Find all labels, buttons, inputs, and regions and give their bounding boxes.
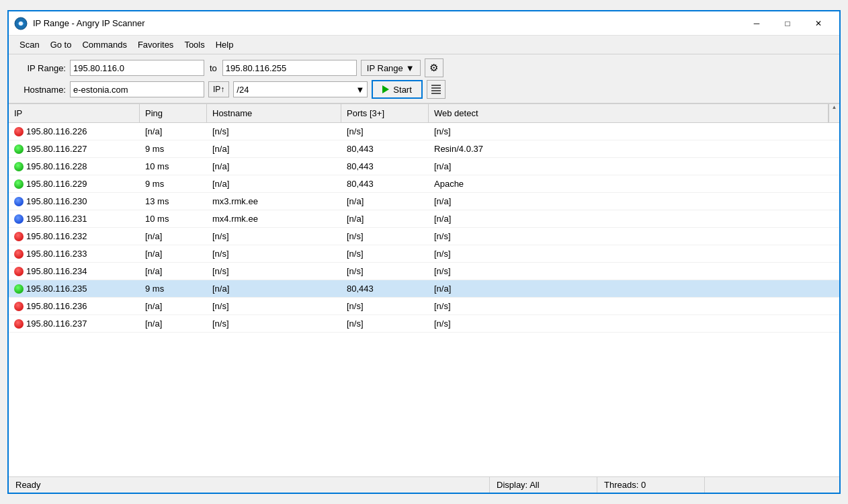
- cell-webdetect-5: [n/a]: [429, 210, 839, 227]
- table-row[interactable]: 195.80.116.231 10 ms mx4.rmk.ee [n/a] [n…: [9, 210, 839, 228]
- cell-ping-9: 9 ms: [140, 280, 207, 297]
- cell-webdetect-7: [n/s]: [429, 245, 839, 262]
- cell-webdetect-9: [n/a]: [429, 280, 839, 297]
- status-dot-11: [14, 319, 24, 329]
- cell-ping-5: 10 ms: [140, 210, 207, 227]
- columns-button[interactable]: [427, 80, 446, 99]
- col-header-ports[interactable]: Ports [3+]: [341, 104, 429, 122]
- cell-ip-6: 195.80.116.232: [9, 228, 140, 245]
- cell-webdetect-10: [n/s]: [429, 298, 839, 314]
- cell-ip-1: 195.80.116.227: [9, 140, 140, 157]
- menu-bar: Scan Go to Commands Favorites Tools Help: [9, 36, 839, 54]
- hostname-input[interactable]: [70, 81, 204, 97]
- cell-ping-0: [n/a]: [140, 123, 207, 140]
- cell-webdetect-8: [n/s]: [429, 263, 839, 280]
- status-dot-2: [14, 162, 24, 171]
- cell-webdetect-11: [n/s]: [429, 315, 839, 332]
- cell-ports-8: [n/s]: [341, 263, 429, 280]
- status-threads: Threads: 0: [597, 477, 705, 493]
- cell-ip-5: 195.80.116.231: [9, 210, 140, 227]
- cell-ports-5: [n/a]: [341, 210, 429, 227]
- start-button[interactable]: Start: [372, 80, 422, 99]
- cell-hostname-2: [n/a]: [207, 158, 341, 175]
- close-button[interactable]: ✕: [803, 13, 834, 34]
- menu-tools[interactable]: Tools: [179, 38, 210, 52]
- cell-webdetect-4: [n/a]: [429, 193, 839, 210]
- table-body[interactable]: 195.80.116.226 [n/a] [n/s] [n/s] [n/s] 1…: [9, 123, 839, 476]
- to-label: to: [208, 63, 218, 73]
- play-icon: [382, 85, 389, 93]
- status-display: Display: All: [490, 477, 597, 493]
- maximize-button[interactable]: □: [772, 13, 803, 34]
- cell-webdetect-2: [n/a]: [429, 158, 839, 175]
- menu-help[interactable]: Help: [210, 38, 239, 52]
- cell-ping-2: 10 ms: [140, 158, 207, 175]
- cell-ip-4: 195.80.116.230: [9, 193, 140, 210]
- status-dot-9: [14, 284, 24, 294]
- table-header: IP Ping Hostname Ports [3+] Web detect ▲: [9, 104, 839, 123]
- table-row[interactable]: 195.80.116.228 10 ms [n/a] 80,443 [n/a]: [9, 158, 839, 175]
- cell-webdetect-1: Resin/4.0.37: [429, 140, 839, 157]
- mode-dropdown[interactable]: IP Range ▼: [361, 60, 421, 76]
- cell-hostname-7: [n/s]: [207, 245, 341, 262]
- subnet-dropdown[interactable]: /24 ▼: [233, 81, 368, 97]
- cell-ping-1: 9 ms: [140, 140, 207, 157]
- svg-point-1: [19, 22, 23, 26]
- table-row[interactable]: 195.80.116.235 9 ms [n/a] 80,443 [n/a]: [9, 280, 839, 298]
- columns-icon: [431, 85, 441, 94]
- main-window: IP Range - Angry IP Scanner ─ □ ✕ Scan G…: [7, 10, 841, 494]
- cell-ip-2: 195.80.116.228: [9, 158, 140, 175]
- window-controls: ─ □ ✕: [741, 13, 834, 34]
- status-dot-0: [14, 127, 24, 136]
- cell-webdetect-6: [n/s]: [429, 228, 839, 245]
- toolbar-row-1: IP Range: to IP Range ▼ ⚙: [15, 58, 833, 77]
- cell-ping-4: 13 ms: [140, 193, 207, 210]
- status-ready: Ready: [9, 477, 490, 493]
- status-dot-10: [14, 302, 24, 311]
- cell-ports-1: 80,443: [341, 140, 429, 157]
- cell-hostname-1: [n/a]: [207, 140, 341, 157]
- table-row[interactable]: 195.80.116.230 13 ms mx3.rmk.ee [n/a] [n…: [9, 193, 839, 210]
- settings-button[interactable]: ⚙: [425, 58, 443, 77]
- col-header-webdetect[interactable]: Web detect: [429, 104, 829, 122]
- table-row[interactable]: 195.80.116.237 [n/a] [n/s] [n/s] [n/s]: [9, 315, 839, 333]
- table-row[interactable]: 195.80.116.234 [n/a] [n/s] [n/s] [n/s]: [9, 263, 839, 280]
- table-row[interactable]: 195.80.116.226 [n/a] [n/s] [n/s] [n/s]: [9, 123, 839, 140]
- status-dot-3: [14, 179, 24, 189]
- cell-ports-6: [n/s]: [341, 228, 429, 245]
- menu-commands[interactable]: Commands: [77, 38, 132, 52]
- ip-start-input[interactable]: [70, 60, 204, 76]
- table-row[interactable]: 195.80.116.227 9 ms [n/a] 80,443 Resin/4…: [9, 140, 839, 158]
- cell-ping-11: [n/a]: [140, 315, 207, 332]
- ip-up-button[interactable]: IP↑: [208, 81, 229, 97]
- cell-ports-10: [n/s]: [341, 298, 429, 314]
- cell-ports-11: [n/s]: [341, 315, 429, 332]
- col-header-ip[interactable]: IP: [9, 104, 140, 122]
- status-dot-7: [14, 249, 24, 259]
- cell-hostname-11: [n/s]: [207, 315, 341, 332]
- cell-ports-4: [n/a]: [341, 193, 429, 210]
- minimize-button[interactable]: ─: [741, 13, 772, 34]
- cell-ip-3: 195.80.116.229: [9, 175, 140, 192]
- cell-hostname-8: [n/s]: [207, 263, 341, 280]
- cell-hostname-4: mx3.rmk.ee: [207, 193, 341, 210]
- table-row[interactable]: 195.80.116.232 [n/a] [n/s] [n/s] [n/s]: [9, 228, 839, 245]
- table-row[interactable]: 195.80.116.229 9 ms [n/a] 80,443 Apache: [9, 175, 839, 193]
- cell-ip-0: 195.80.116.226: [9, 123, 140, 140]
- cell-ip-8: 195.80.116.234: [9, 263, 140, 280]
- col-header-hostname[interactable]: Hostname: [207, 104, 341, 122]
- status-dot-1: [14, 144, 24, 154]
- menu-goto[interactable]: Go to: [45, 38, 77, 52]
- menu-scan[interactable]: Scan: [14, 38, 45, 52]
- menu-favorites[interactable]: Favorites: [132, 38, 179, 52]
- table-row[interactable]: 195.80.116.236 [n/a] [n/s] [n/s] [n/s]: [9, 298, 839, 315]
- ip-end-input[interactable]: [222, 60, 357, 76]
- cell-ports-9: 80,443: [341, 280, 429, 297]
- col-header-ping[interactable]: Ping: [140, 104, 207, 122]
- status-bar: Ready Display: All Threads: 0: [9, 476, 839, 493]
- cell-hostname-0: [n/s]: [207, 123, 341, 140]
- cell-ping-7: [n/a]: [140, 245, 207, 262]
- table-row[interactable]: 195.80.116.233 [n/a] [n/s] [n/s] [n/s]: [9, 245, 839, 263]
- cell-hostname-9: [n/a]: [207, 280, 341, 297]
- ip-range-label: IP Range:: [15, 63, 66, 73]
